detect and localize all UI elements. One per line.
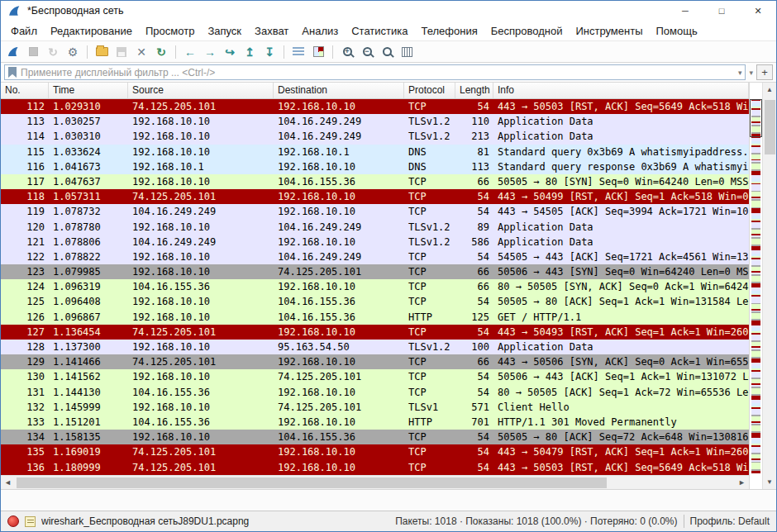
packet-row[interactable]: 126 1.096867 192.168.10.10 104.16.155.36… <box>1 310 749 325</box>
expert-info-icon[interactable] <box>7 515 19 527</box>
cell-time: 1.078822 <box>49 249 128 264</box>
display-filter-input[interactable] <box>21 67 734 78</box>
cell-protocol: TCP <box>404 460 455 475</box>
cell-no: 116 <box>1 159 49 174</box>
go-to-bottom-icon[interactable]: ↧ <box>260 43 279 61</box>
horizontal-scrollbar[interactable]: ◄ ► <box>1 475 749 489</box>
scroll-left-arrow[interactable]: ◄ <box>1 476 15 490</box>
colorize-icon[interactable] <box>309 43 327 61</box>
menu-statistics[interactable]: Статистика <box>345 22 414 40</box>
start-capture-icon[interactable] <box>4 43 22 61</box>
cell-no: 112 <box>1 99 49 114</box>
cell-length: 54 <box>455 430 493 444</box>
packet-row[interactable]: 116 1.041673 192.168.10.1 192.168.10.10 … <box>1 159 749 174</box>
horizontal-scroll-thumb[interactable] <box>17 477 607 488</box>
packet-row[interactable]: 131 1.144130 104.16.155.36 192.168.10.10… <box>1 385 749 400</box>
packet-row[interactable]: 115 1.033624 192.168.10.10 192.168.10.1 … <box>1 145 749 159</box>
column-header-destination[interactable]: Destination <box>274 83 404 98</box>
scroll-right-arrow[interactable]: ► <box>735 476 749 490</box>
packet-row[interactable]: 122 1.078822 192.168.10.10 104.16.249.24… <box>1 249 749 264</box>
cell-time: 1.029310 <box>49 99 128 114</box>
profile-label[interactable]: Профиль: Default <box>690 515 770 527</box>
minimize-button[interactable]: ─ <box>667 1 703 21</box>
zoom-out-icon[interactable]: − <box>358 43 376 61</box>
packet-row[interactable]: 133 1.151201 104.16.155.36 192.168.10.10… <box>1 415 749 430</box>
packet-row[interactable]: 132 1.145999 192.168.10.10 74.125.205.10… <box>1 400 749 415</box>
filter-dropdown-icon[interactable]: ▾ <box>738 69 742 77</box>
go-to-top-icon[interactable]: ↥ <box>241 43 259 61</box>
go-forward-icon[interactable]: → <box>201 43 219 61</box>
cell-protocol: TCP <box>404 444 455 459</box>
bookmark-icon[interactable] <box>8 67 17 78</box>
cell-info: Application Data <box>493 220 749 235</box>
window-title: *Беспроводная сеть <box>27 5 667 17</box>
cell-length: 54 <box>455 189 493 204</box>
cell-info: Client Hello <box>493 400 749 415</box>
close-button[interactable]: ✕ <box>740 1 776 21</box>
menu-edit[interactable]: Редактирование <box>44 22 139 40</box>
packet-row[interactable]: 120 1.078780 192.168.10.10 104.16.249.24… <box>1 220 749 235</box>
cell-no: 132 <box>1 400 49 415</box>
menu-help[interactable]: Помощь <box>650 22 704 40</box>
cell-time: 1.030257 <box>49 114 128 129</box>
menu-wireless[interactable]: Беспроводной <box>484 22 570 40</box>
menu-telephony[interactable]: Телефония <box>414 22 484 40</box>
cell-length: 54 <box>455 99 493 114</box>
save-file-icon[interactable] <box>112 43 131 61</box>
packet-row[interactable]: 124 1.096319 104.16.155.36 192.168.10.10… <box>1 279 749 294</box>
packet-row[interactable]: 112 1.029310 74.125.205.101 192.168.10.1… <box>1 99 749 114</box>
stop-capture-icon[interactable] <box>24 43 42 61</box>
packet-row[interactable]: 135 1.169019 74.125.205.101 192.168.10.1… <box>1 444 749 459</box>
menu-file[interactable]: Файл <box>4 22 44 40</box>
packet-row[interactable]: 123 1.079985 192.168.10.10 74.125.205.10… <box>1 264 749 279</box>
packet-row[interactable]: 117 1.047637 192.168.10.10 104.16.155.36… <box>1 174 749 189</box>
menu-analyze[interactable]: Анализ <box>295 22 345 40</box>
column-header-length[interactable]: Length <box>455 83 493 98</box>
packet-row[interactable]: 128 1.137300 192.168.10.10 95.163.54.50 … <box>1 340 749 354</box>
packet-row[interactable]: 127 1.136454 74.125.205.101 192.168.10.1… <box>1 325 749 340</box>
column-header-source[interactable]: Source <box>128 83 274 98</box>
auto-scroll-icon[interactable] <box>289 43 307 61</box>
packet-row[interactable]: 113 1.030257 192.168.10.10 104.16.249.24… <box>1 114 749 129</box>
maximize-button[interactable]: □ <box>703 1 740 21</box>
menu-view[interactable]: Просмотр <box>139 22 201 40</box>
resize-columns-icon[interactable] <box>398 43 416 61</box>
go-back-icon[interactable]: ← <box>181 43 199 61</box>
packet-row[interactable]: 121 1.078806 104.16.249.249 192.168.10.1… <box>1 235 749 249</box>
restart-capture-icon[interactable]: ↻ <box>44 43 62 61</box>
column-header-time[interactable]: Time <box>49 83 128 98</box>
menu-go[interactable]: Запуск <box>201 22 248 40</box>
scroll-down-arrow[interactable]: ▼ <box>763 475 776 489</box>
packet-row[interactable]: 130 1.141562 192.168.10.10 74.125.205.10… <box>1 369 749 384</box>
vertical-scrollbar[interactable]: ▲ ▼ <box>762 83 776 489</box>
packet-row[interactable]: 119 1.078732 104.16.249.249 192.168.10.1… <box>1 204 749 219</box>
cell-source: 192.168.10.1 <box>128 159 274 174</box>
column-header-no[interactable]: No. <box>1 83 49 98</box>
minimap[interactable] <box>750 99 762 475</box>
packet-row[interactable]: 136 1.180999 74.125.205.101 192.168.10.1… <box>1 460 749 475</box>
intelligent-scrollbar[interactable] <box>749 83 762 489</box>
column-header-info[interactable]: Info <box>493 83 749 98</box>
column-header-protocol[interactable]: Protocol <box>404 83 455 98</box>
menu-capture[interactable]: Захват <box>248 22 295 40</box>
cell-info: 50505 → 80 [SYN] Seq=0 Win=64240 Len=0 M… <box>493 174 749 189</box>
zoom-in-icon[interactable]: + <box>338 43 356 61</box>
close-file-icon[interactable]: ✕ <box>132 43 150 61</box>
filter-expression-dropdown-icon[interactable]: ▾ <box>749 69 753 77</box>
menu-tools[interactable]: Инструменты <box>569 22 649 40</box>
vertical-scroll-thumb[interactable] <box>765 100 775 154</box>
scroll-up-arrow[interactable]: ▲ <box>763 83 776 97</box>
reload-file-icon[interactable]: ↻ <box>152 43 170 61</box>
capture-comment-icon[interactable] <box>25 516 36 527</box>
go-to-packet-icon[interactable]: ↪ <box>221 43 239 61</box>
cell-protocol: TCP <box>404 430 455 444</box>
open-file-icon[interactable] <box>93 43 111 61</box>
packet-row[interactable]: 134 1.158135 192.168.10.10 104.16.155.36… <box>1 430 749 444</box>
packet-row[interactable]: 125 1.096408 192.168.10.10 104.16.155.36… <box>1 294 749 309</box>
packet-row[interactable]: 114 1.030310 192.168.10.10 104.16.249.24… <box>1 129 749 144</box>
add-filter-button[interactable]: + <box>756 64 773 80</box>
capture-options-icon[interactable]: ⚙ <box>64 43 82 61</box>
packet-row[interactable]: 118 1.057311 74.125.205.101 192.168.10.1… <box>1 189 749 204</box>
packet-row[interactable]: 129 1.141466 74.125.205.101 192.168.10.1… <box>1 354 749 369</box>
zoom-original-icon[interactable] <box>378 43 396 61</box>
